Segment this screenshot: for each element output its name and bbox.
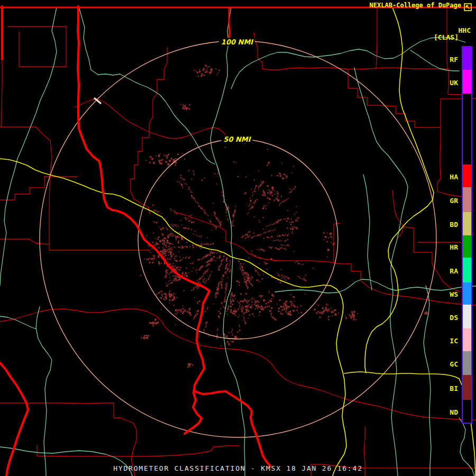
map-layer-interstates xyxy=(0,6,270,476)
map-layer-county-borders xyxy=(0,7,476,476)
range-ring xyxy=(40,41,436,437)
legend-label-DS: DS xyxy=(450,314,458,321)
legend-segment-GC xyxy=(463,351,471,375)
legend-title: HHC xyxy=(459,26,471,34)
map-layer-highways xyxy=(0,7,475,476)
legend-label-RF: RF xyxy=(450,56,458,62)
legend-segment-GR xyxy=(463,187,471,212)
legend-segment-IC xyxy=(463,328,471,351)
legend-label-IC: IC xyxy=(450,337,458,344)
legend-segment-HA xyxy=(463,164,471,187)
radar-display: NEXLAB-College of DuPage HHC [CLAS] RFUK… xyxy=(0,0,476,476)
legend-label-HR: HR xyxy=(450,244,458,251)
legend-label-UK: UK xyxy=(450,79,458,86)
legend-label-ND: ND xyxy=(450,408,458,415)
legend-segment-gap xyxy=(463,94,471,164)
legend-segment-BD xyxy=(463,212,471,235)
legend-segment-HR xyxy=(463,235,471,258)
legend-subtitle: [CLAS] xyxy=(434,33,459,41)
external-link-arrow-icon[interactable] xyxy=(464,3,472,11)
legend-label-BI: BI xyxy=(450,385,458,391)
legend-segment-RF xyxy=(463,47,471,70)
brand-text: NEXLAB-College of DuPage xyxy=(370,2,461,9)
legend-segment-DS xyxy=(463,305,471,328)
legend-label-WS: WS xyxy=(450,291,458,298)
legend-colorbar xyxy=(462,46,472,424)
legend-segment-BI xyxy=(463,375,471,400)
legend-label-BD: BD xyxy=(450,221,458,228)
legend-label-RA: RA xyxy=(450,267,458,274)
legend-label-GR: GR xyxy=(450,197,458,204)
product-title: HYDROMETEOR CLASSIFICATION - KMSX 18 JAN… xyxy=(0,464,476,472)
map-layer-range-rings xyxy=(40,41,436,437)
map-layer-interstate-thin xyxy=(0,7,476,40)
legend-segment-RA xyxy=(463,258,471,282)
map-layer-rivers xyxy=(0,7,476,476)
legend-segment-UK xyxy=(463,70,471,94)
legend-segment-WS xyxy=(463,282,471,305)
legend-label-HA: HA xyxy=(450,173,458,180)
legend-segment-ND xyxy=(463,400,471,423)
legend-label-GC: GC xyxy=(450,360,458,367)
radar-map xyxy=(0,0,476,476)
range-ring-label: 50 NMI xyxy=(221,135,252,143)
range-ring-label: 100 NMI xyxy=(219,38,255,46)
